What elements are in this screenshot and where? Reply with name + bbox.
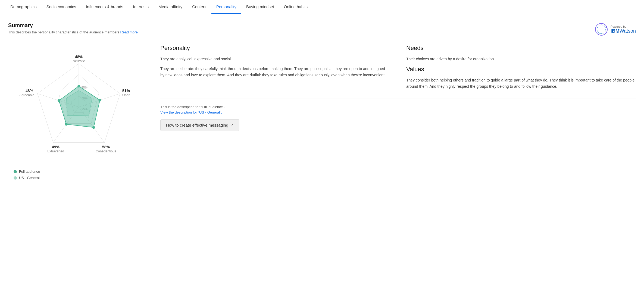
ibm-watson-text: Powered by IBMWatson <box>611 25 636 34</box>
ibm-watson-logo: Powered by IBMWatson <box>594 22 636 36</box>
ibm-text: IBM <box>611 28 620 34</box>
svg-text:Agreeable: Agreeable <box>19 93 34 97</box>
svg-text:Open: Open <box>122 93 130 97</box>
nav-item-online-habits[interactable]: Online habits <box>279 0 312 14</box>
powered-by-text: Powered by <box>611 25 636 28</box>
svg-text:Conscientious: Conscientious <box>96 149 116 153</box>
summary-desc-text: This describes the personality character… <box>8 30 119 34</box>
needs-values-column: Needs Their choices are driven by a desi… <box>406 45 636 93</box>
svg-point-19 <box>77 85 80 87</box>
watson-text: Watson <box>620 28 636 34</box>
panel-divider <box>160 99 636 99</box>
personality-column: Personality They are analytical, express… <box>160 45 390 93</box>
values-text: They consider both helping others and tr… <box>406 77 636 89</box>
svg-text:Extraverted: Extraverted <box>47 149 64 153</box>
audience-note-line1: This is the description for "Full audien… <box>160 104 636 110</box>
svg-text:49%: 49% <box>52 145 60 149</box>
legend-full-audience: Full audience <box>14 170 149 174</box>
needs-text: Their choices are driven by a desire for… <box>406 56 636 62</box>
svg-point-21 <box>92 126 95 129</box>
us-general-label: US - General <box>19 176 40 180</box>
nav-item-buying-mindset[interactable]: Buying mindset <box>241 0 279 14</box>
svg-text:48%: 48% <box>26 89 33 93</box>
nav-item-content[interactable]: Content <box>187 0 211 14</box>
content-row: 75% 50% 25% <box>8 45 636 180</box>
radar-svg: 75% 50% 25% <box>14 45 144 164</box>
svg-point-23 <box>58 99 60 102</box>
messaging-button[interactable]: How to create effective messaging ↗︎ <box>160 119 239 131</box>
audience-note: This is the description for "Full audien… <box>160 104 636 115</box>
summary-text-block: Summary This describes the personality c… <box>8 22 138 34</box>
full-audience-label: Full audience <box>19 170 40 174</box>
svg-point-1 <box>597 25 606 34</box>
svg-text:48%: 48% <box>75 55 83 59</box>
svg-text:58%: 58% <box>102 145 110 149</box>
nav-item-demographics[interactable]: Demographics <box>5 0 42 14</box>
chart-legend: Full audience US - General <box>8 170 149 180</box>
us-general-dot <box>14 176 17 180</box>
main-content: Summary This describes the personality c… <box>0 14 644 191</box>
right-panel: Personality They are analytical, express… <box>149 45 636 131</box>
us-general-link[interactable]: View the description for "US - General". <box>160 110 222 114</box>
read-more-link[interactable]: Read more <box>120 30 138 34</box>
nav-item-personality[interactable]: Personality <box>211 0 241 14</box>
personality-title: Personality <box>160 45 390 52</box>
external-link-icon: ↗︎ <box>230 123 234 127</box>
nav-item-media-affinity[interactable]: Media affinity <box>154 0 187 14</box>
full-audience-dot <box>14 170 17 173</box>
summary-title: Summary <box>8 22 138 29</box>
messaging-button-label: How to create effective messaging <box>166 123 228 127</box>
watson-circle-icon <box>594 22 608 36</box>
summary-description: This describes the personality character… <box>8 30 138 34</box>
navigation-bar: DemographicsSocioeconomicsInfluencers & … <box>0 0 644 14</box>
panel-columns: Personality They are analytical, express… <box>160 45 636 93</box>
values-title: Values <box>406 66 636 73</box>
watson-brand-text: IBMWatson <box>611 28 636 34</box>
nav-item-influencers---brands[interactable]: Influencers & brands <box>81 0 128 14</box>
radar-chart: 75% 50% 25% <box>14 45 144 164</box>
needs-title: Needs <box>406 45 636 52</box>
svg-text:Neurotic: Neurotic <box>73 59 85 63</box>
radar-section: 75% 50% 25% <box>8 45 149 180</box>
legend-us-general: US - General <box>14 176 149 180</box>
summary-header: Summary This describes the personality c… <box>8 22 636 36</box>
svg-text:51%: 51% <box>122 89 130 93</box>
personality-text2: They are deliberate: they carefully thin… <box>160 66 390 78</box>
svg-marker-18 <box>59 86 100 127</box>
svg-point-20 <box>99 99 101 102</box>
personality-text1: They are analytical, expressive and soci… <box>160 56 390 62</box>
nav-item-socioeconomics[interactable]: Socioeconomics <box>42 0 81 14</box>
svg-point-22 <box>65 123 68 125</box>
nav-item-interests[interactable]: Interests <box>128 0 154 14</box>
